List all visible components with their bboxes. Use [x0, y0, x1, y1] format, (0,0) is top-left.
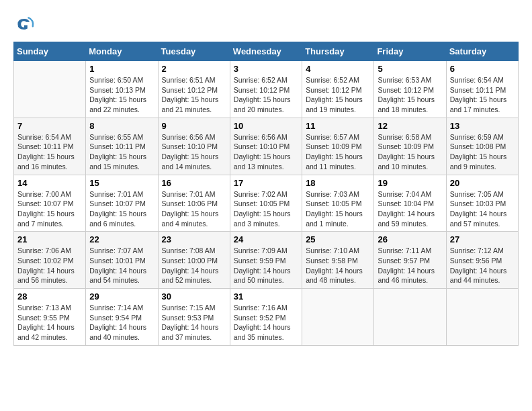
day-info: Sunrise: 7:02 AM Sunset: 10:05 PM Daylig…: [234, 189, 298, 229]
weekday-header-thursday: Thursday: [302, 42, 374, 61]
day-info: Sunrise: 6:53 AM Sunset: 10:12 PM Daylig…: [378, 75, 442, 115]
day-number: 10: [234, 121, 298, 131]
calendar-cell: 1Sunrise: 6:50 AM Sunset: 10:13 PM Dayli…: [86, 61, 158, 118]
calendar-cell: 7Sunrise: 6:54 AM Sunset: 10:11 PM Dayli…: [14, 118, 86, 175]
logo-icon: [13, 13, 35, 35]
day-number: 6: [450, 64, 515, 74]
calendar-cell: [374, 289, 446, 346]
calendar-cell: 2Sunrise: 6:51 AM Sunset: 10:12 PM Dayli…: [158, 61, 230, 118]
calendar-cell: 22Sunrise: 7:07 AM Sunset: 10:01 PM Dayl…: [86, 232, 158, 289]
day-number: 8: [89, 121, 154, 131]
day-number: 11: [306, 121, 370, 131]
calendar-cell: 18Sunrise: 7:03 AM Sunset: 10:05 PM Dayl…: [302, 175, 374, 232]
calendar-cell: 10Sunrise: 6:56 AM Sunset: 10:10 PM Dayl…: [230, 118, 302, 175]
day-number: 15: [89, 178, 154, 188]
day-number: 25: [306, 234, 370, 244]
day-info: Sunrise: 6:56 AM Sunset: 10:10 PM Daylig…: [162, 132, 226, 172]
day-info: Sunrise: 6:54 AM Sunset: 10:11 PM Daylig…: [450, 75, 515, 115]
calendar-cell: 5Sunrise: 6:53 AM Sunset: 10:12 PM Dayli…: [374, 61, 446, 118]
day-info: Sunrise: 7:14 AM Sunset: 9:54 PM Dayligh…: [89, 303, 154, 342]
day-info: Sunrise: 6:50 AM Sunset: 10:13 PM Daylig…: [89, 75, 154, 115]
day-number: 9: [162, 121, 226, 131]
calendar-cell: 26Sunrise: 7:11 AM Sunset: 9:57 PM Dayli…: [374, 232, 446, 289]
weekday-header-friday: Friday: [374, 42, 446, 61]
day-number: 31: [234, 291, 298, 302]
calendar-cell: 6Sunrise: 6:54 AM Sunset: 10:11 PM Dayli…: [446, 61, 518, 118]
weekday-header-row: SundayMondayTuesdayWednesdayThursdayFrid…: [14, 42, 519, 61]
day-info: Sunrise: 7:00 AM Sunset: 10:07 PM Daylig…: [17, 189, 82, 229]
day-info: Sunrise: 7:11 AM Sunset: 9:57 PM Dayligh…: [378, 246, 442, 285]
day-number: 1: [89, 64, 154, 74]
day-number: 20: [450, 178, 515, 188]
day-number: 4: [306, 64, 370, 74]
calendar-cell: 24Sunrise: 7:09 AM Sunset: 9:59 PM Dayli…: [230, 232, 302, 289]
day-info: Sunrise: 7:15 AM Sunset: 9:53 PM Dayligh…: [162, 303, 226, 342]
calendar-cell: 15Sunrise: 7:01 AM Sunset: 10:07 PM Dayl…: [86, 175, 158, 232]
day-info: Sunrise: 7:06 AM Sunset: 10:02 PM Daylig…: [17, 246, 82, 285]
calendar-cell: 21Sunrise: 7:06 AM Sunset: 10:02 PM Dayl…: [14, 232, 86, 289]
day-number: 21: [17, 234, 82, 244]
day-number: 12: [378, 121, 442, 131]
calendar-cell: [302, 289, 374, 346]
weekday-header-saturday: Saturday: [446, 42, 518, 61]
calendar-cell: 14Sunrise: 7:00 AM Sunset: 10:07 PM Dayl…: [14, 175, 86, 232]
day-info: Sunrise: 6:52 AM Sunset: 10:12 PM Daylig…: [306, 75, 370, 115]
day-info: Sunrise: 7:01 AM Sunset: 10:07 PM Daylig…: [89, 189, 154, 229]
day-number: 5: [378, 64, 442, 74]
day-info: Sunrise: 7:01 AM Sunset: 10:06 PM Daylig…: [162, 189, 226, 229]
day-number: 30: [162, 291, 226, 302]
calendar-cell: 12Sunrise: 6:58 AM Sunset: 10:09 PM Dayl…: [374, 118, 446, 175]
calendar-cell: 28Sunrise: 7:13 AM Sunset: 9:55 PM Dayli…: [14, 289, 86, 346]
day-number: 22: [89, 234, 154, 244]
calendar-cell: 13Sunrise: 6:59 AM Sunset: 10:08 PM Dayl…: [446, 118, 518, 175]
day-number: 29: [89, 291, 154, 302]
calendar-cell: 25Sunrise: 7:10 AM Sunset: 9:58 PM Dayli…: [302, 232, 374, 289]
weekday-header-sunday: Sunday: [14, 42, 86, 61]
day-info: Sunrise: 6:51 AM Sunset: 10:12 PM Daylig…: [162, 75, 226, 115]
day-info: Sunrise: 6:58 AM Sunset: 10:09 PM Daylig…: [378, 132, 442, 172]
day-info: Sunrise: 6:56 AM Sunset: 10:10 PM Daylig…: [234, 132, 298, 172]
day-number: 2: [162, 64, 226, 74]
calendar-cell: 27Sunrise: 7:12 AM Sunset: 9:56 PM Dayli…: [446, 232, 518, 289]
calendar-week-4: 21Sunrise: 7:06 AM Sunset: 10:02 PM Dayl…: [14, 232, 519, 289]
calendar-cell: 9Sunrise: 6:56 AM Sunset: 10:10 PM Dayli…: [158, 118, 230, 175]
page-header: [13, 13, 519, 35]
calendar-cell: 29Sunrise: 7:14 AM Sunset: 9:54 PM Dayli…: [86, 289, 158, 346]
calendar-cell: 16Sunrise: 7:01 AM Sunset: 10:06 PM Dayl…: [158, 175, 230, 232]
calendar-cell: 23Sunrise: 7:08 AM Sunset: 10:00 PM Dayl…: [158, 232, 230, 289]
day-info: Sunrise: 6:57 AM Sunset: 10:09 PM Daylig…: [306, 132, 370, 172]
day-number: 23: [162, 234, 226, 244]
weekday-header-wednesday: Wednesday: [230, 42, 302, 61]
weekday-header-monday: Monday: [86, 42, 158, 61]
calendar-cell: 8Sunrise: 6:55 AM Sunset: 10:11 PM Dayli…: [86, 118, 158, 175]
day-number: 24: [234, 234, 298, 244]
day-info: Sunrise: 7:04 AM Sunset: 10:04 PM Daylig…: [378, 189, 442, 229]
day-info: Sunrise: 6:59 AM Sunset: 10:08 PM Daylig…: [450, 132, 515, 172]
day-number: 13: [450, 121, 515, 131]
day-info: Sunrise: 7:16 AM Sunset: 9:52 PM Dayligh…: [234, 303, 298, 342]
day-number: 14: [17, 178, 82, 188]
calendar-cell: [14, 61, 86, 118]
calendar-week-1: 1Sunrise: 6:50 AM Sunset: 10:13 PM Dayli…: [14, 61, 519, 118]
calendar-cell: 3Sunrise: 6:52 AM Sunset: 10:12 PM Dayli…: [230, 61, 302, 118]
calendar-cell: 31Sunrise: 7:16 AM Sunset: 9:52 PM Dayli…: [230, 289, 302, 346]
day-info: Sunrise: 7:13 AM Sunset: 9:55 PM Dayligh…: [17, 303, 82, 342]
day-info: Sunrise: 7:10 AM Sunset: 9:58 PM Dayligh…: [306, 246, 370, 285]
day-info: Sunrise: 6:54 AM Sunset: 10:11 PM Daylig…: [17, 132, 82, 172]
calendar-cell: 17Sunrise: 7:02 AM Sunset: 10:05 PM Dayl…: [230, 175, 302, 232]
day-info: Sunrise: 6:55 AM Sunset: 10:11 PM Daylig…: [89, 132, 154, 172]
day-info: Sunrise: 7:09 AM Sunset: 9:59 PM Dayligh…: [234, 246, 298, 285]
calendar-cell: 19Sunrise: 7:04 AM Sunset: 10:04 PM Dayl…: [374, 175, 446, 232]
day-number: 26: [378, 234, 442, 244]
calendar-cell: 20Sunrise: 7:05 AM Sunset: 10:03 PM Dayl…: [446, 175, 518, 232]
day-info: Sunrise: 7:12 AM Sunset: 9:56 PM Dayligh…: [450, 246, 515, 285]
day-info: Sunrise: 7:08 AM Sunset: 10:00 PM Daylig…: [162, 246, 226, 285]
calendar-cell: [446, 289, 518, 346]
calendar-table: SundayMondayTuesdayWednesdayThursdayFrid…: [13, 42, 519, 346]
calendar-cell: 4Sunrise: 6:52 AM Sunset: 10:12 PM Dayli…: [302, 61, 374, 118]
calendar-cell: 30Sunrise: 7:15 AM Sunset: 9:53 PM Dayli…: [158, 289, 230, 346]
logo: [13, 13, 38, 35]
day-number: 19: [378, 178, 442, 188]
day-info: Sunrise: 6:52 AM Sunset: 10:12 PM Daylig…: [234, 75, 298, 115]
weekday-header-tuesday: Tuesday: [158, 42, 230, 61]
